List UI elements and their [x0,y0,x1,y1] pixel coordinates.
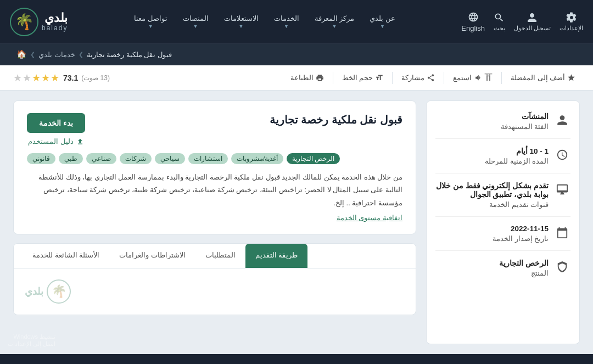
brand-name-ar: بلدي [44,12,68,24]
start-service-btn[interactable]: بدء الخدمة [27,113,85,133]
sidebar-license-value: المنتج [435,269,549,277]
bottom-logo-circle: 🌴 [47,279,71,304]
sidebar-license-content: الرخص التجارية المنتج [435,259,549,277]
brand[interactable]: بلدي balady 🌴 [10,8,68,36]
navbar-utilities: الإعدادات تسجيل الدخول بحث English [461,12,583,32]
sidebar-channel-content: تقدم بشكل إلكتروني فقط من خلال بوابة بلد… [435,181,549,209]
service-card: قبول نقل ملكية رخصة تجارية بدء الخدمة دل… [13,100,416,234]
toolbar-actions: أضف إلى المفضلة استمع مشاركة حجم الخط ال… [286,71,580,84]
nav-links: عن بلدي ▼ مركز المعرفة ▼ الخدمات ▼ الاست… [126,9,403,35]
toolbar-sep2 [444,72,444,84]
tag-industry[interactable]: صناعي [86,153,116,164]
tag-legal[interactable]: قانوني [27,153,55,164]
search-util[interactable]: بحث [494,12,505,32]
sidebar-target-title: المنشآت [435,112,549,121]
tag-medical[interactable]: طبي [59,153,83,164]
sidebar-license-type: الرخص التجارية المنتج [435,251,570,285]
user-guide-btn[interactable]: دليل المستخدم [28,137,84,145]
sla-link[interactable]: اتفاقية مستوى الخدمة [27,214,402,222]
nav-platforms[interactable]: المنصات ▼ [175,9,216,35]
chevron-icon: ▼ [239,24,244,29]
nav-an-balady[interactable]: عن بلدي ▼ [362,9,403,35]
breadcrumb: قبول نقل ملكية رخصة تجارية ❯ خدمات بلدي … [0,44,593,65]
palm-icon: 🌴 [15,13,34,31]
chevron-icon: ▼ [148,24,153,29]
brand-name-en: balady [42,24,68,32]
main-area: المنشآت الفئة المستهدفة 1 - 10 أيام المد… [0,91,593,354]
sidebar-date-title: 2022-11-15 [435,225,549,233]
service-title: قبول نقل ملكية رخصة تجارية [270,113,402,126]
settings-label: الإعدادات [560,25,583,32]
login-label: تسجيل الدخول [514,25,551,32]
sidebar-duration-content: 1 - 10 أيام المدة الزمنية للمرحلة [435,147,549,165]
service-actions: بدء الخدمة دليل المستخدم [27,113,85,145]
nav-inquiries[interactable]: الاستعلامات ▼ [216,9,266,35]
sidebar-duration-value: المدة الزمنية للمرحلة [435,157,549,165]
font-size-btn[interactable]: حجم الخط [338,71,388,84]
sidebar-date-content: 2022-11-15 تاريخ إصدار الخدمة [435,225,549,243]
breadcrumb-sep2: ❯ [30,51,35,58]
monitor-icon [554,181,570,198]
search-label: بحث [494,25,505,32]
share-btn[interactable]: مشاركة [397,71,439,84]
language-label: English [461,24,485,32]
print-btn[interactable]: الطباعة [286,71,328,84]
settings-util[interactable]: الإعدادات [560,12,583,32]
chevron-icon: ▼ [193,24,198,29]
chevron-icon: ▼ [380,24,385,29]
nav-knowledge[interactable]: مركز المعرفة ▼ [307,9,362,35]
chevron-icon: ▼ [284,24,289,29]
tab-requirements[interactable]: المتطلبات [195,244,245,268]
content-area: قبول نقل ملكية رخصة تجارية بدء الخدمة دل… [13,100,416,344]
tab-apply-method[interactable]: طريقة التقديم [245,244,308,268]
tag-company[interactable]: شركات [120,153,152,164]
nav-services[interactable]: الخدمات ▼ [266,9,307,35]
toolbar-sep4 [333,72,333,84]
tag-consult[interactable]: استشارات [188,153,228,164]
bottom-card: طريقة التقديم المتطلبات الاشتراطات والغر… [13,243,416,315]
nav-contact[interactable]: تواصل معنا ▼ [126,9,175,35]
tag-tourism[interactable]: سياحي [155,153,185,164]
navbar: الإعدادات تسجيل الدخول بحث English عن بل… [0,0,593,44]
service-tags: الرخص التجارية أغذية/مشروبات استشارات سي… [27,153,402,164]
rating-stars: ★★★★★ [13,72,60,84]
bottom-logo: 🌴 بلدي [25,279,71,304]
sidebar-license-title: الرخص التجارية [435,259,549,267]
sidebar-target-category: المنشآت الفئة المستهدفة [435,112,570,139]
toolbar-sep [501,72,502,84]
calendar-icon [554,225,570,241]
tag-commerce[interactable]: الرخص التجارية [287,153,340,164]
service-header: قبول نقل ملكية رخصة تجارية بدء الخدمة دل… [27,113,402,145]
brand-logo-circle: 🌴 [10,8,38,36]
chevron-icon: ▼ [332,24,337,29]
add-fav-btn[interactable]: أضف إلى المفضلة [506,71,580,84]
sidebar: المنشآت الفئة المستهدفة 1 - 10 أيام المد… [426,100,580,344]
bottom-tabs: طريقة التقديم المتطلبات الاشتراطات والغر… [14,244,416,268]
sidebar-channel: تقدم بشكل إلكتروني فقط من خلال بوابة بلد… [435,173,570,217]
language-btn[interactable]: English [461,12,485,32]
brand-text: بلدي balady [42,12,68,32]
tab-fees-fines[interactable]: الاشتراطات والغرامات [109,244,195,268]
clock-icon [554,147,570,163]
sidebar-channel-title: تقدم بشكل إلكتروني فقط من خلال بوابة بلد… [435,181,549,199]
toolbar: أضف إلى المفضلة استمع مشاركة حجم الخط ال… [0,65,593,91]
bottom-logo-text: بلدي [25,285,43,298]
service-description: من خلال هذه الخدمة يمكن للمالك الجديد قب… [27,171,402,209]
sidebar-target-value: الفئة المستهدفة [435,122,549,131]
sidebar-duration: 1 - 10 أيام المدة الزمنية للمرحلة [435,139,570,173]
breadcrumb-sep: ❯ [79,51,83,58]
person-icon [554,112,570,128]
bottom-card-body: 🌴 بلدي [14,268,416,315]
tag-food[interactable]: أغذية/مشروبات [231,153,283,164]
sidebar-duration-title: 1 - 10 أيام [435,147,549,155]
breadcrumb-mid[interactable]: خدمات بلدي [38,51,75,59]
box-icon [554,259,570,275]
sidebar-channel-value: قنوات تقديم الخدمة [435,200,549,209]
sidebar-date: 2022-11-15 تاريخ إصدار الخدمة [435,217,570,251]
listen-btn[interactable]: استمع [449,71,497,84]
tab-faq[interactable]: الأسئلة الشائعة للخدمة [23,244,109,268]
toolbar-sep3 [392,72,393,84]
rating-score: 73.1 [63,74,78,82]
home-icon[interactable]: 🏠 [16,49,27,59]
login-util[interactable]: تسجيل الدخول [514,12,551,32]
